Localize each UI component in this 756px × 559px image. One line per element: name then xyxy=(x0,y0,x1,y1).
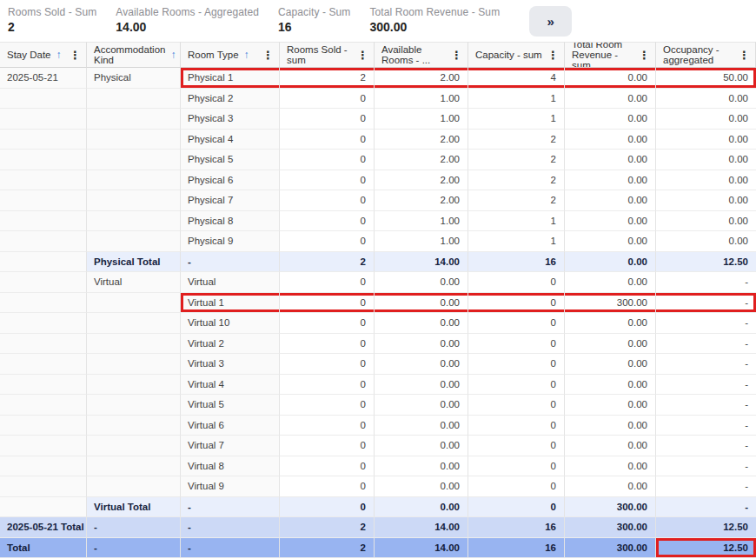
grid-cell[interactable] xyxy=(0,150,87,170)
grid-cell[interactable] xyxy=(0,416,87,436)
grid-cell[interactable]: Physical 6 xyxy=(181,170,280,191)
grid-cell[interactable]: Physical 9 xyxy=(181,231,280,252)
grid-cell[interactable] xyxy=(87,334,181,355)
column-menu-icon[interactable]: ⋮ xyxy=(736,50,753,61)
grid-cell[interactable]: - xyxy=(656,313,756,334)
grid-cell[interactable]: - xyxy=(87,538,181,559)
grid-cell[interactable]: Virtual 1 xyxy=(181,293,280,314)
grid-cell[interactable]: 0.00 xyxy=(565,416,656,436)
grid-cell[interactable]: Virtual xyxy=(181,272,280,293)
grid-cell[interactable]: 1 xyxy=(468,109,565,130)
grid-cell[interactable]: 0.00 xyxy=(656,130,756,150)
grid-cell[interactable]: 0 xyxy=(280,476,375,497)
grid-cell[interactable]: 0 xyxy=(468,354,565,375)
grid-cell[interactable]: 2 xyxy=(468,150,565,170)
grid-cell[interactable]: 0.00 xyxy=(565,170,656,191)
grid-cell[interactable]: Physical Total xyxy=(87,252,181,273)
grid-cell[interactable]: 0.00 xyxy=(565,190,656,211)
column-menu-icon[interactable]: ⋮ xyxy=(636,50,653,61)
grid-cell[interactable] xyxy=(87,456,181,477)
grid-cell[interactable]: 16 xyxy=(468,252,565,273)
grid-cell[interactable]: - xyxy=(656,354,756,375)
grid-cell[interactable]: 0 xyxy=(280,109,375,130)
grid-cell[interactable]: 0 xyxy=(280,231,375,252)
grid-cell[interactable]: Physical 5 xyxy=(181,150,280,170)
grid-cell[interactable]: 0 xyxy=(280,497,375,518)
grid-cell[interactable]: 0.00 xyxy=(375,354,468,375)
grid-cell[interactable]: 0.00 xyxy=(565,395,656,416)
grid-cell[interactable]: 16 xyxy=(468,517,565,538)
grid-cell[interactable]: 12.50 xyxy=(656,252,756,273)
grid-cell[interactable]: 2 xyxy=(280,252,375,273)
grid-cell[interactable]: 1.00 xyxy=(375,89,468,110)
grid-cell[interactable]: 300.00 xyxy=(565,517,656,538)
grid-cell[interactable]: 0 xyxy=(280,150,375,170)
grid-cell[interactable]: 0 xyxy=(468,436,565,456)
grid-cell[interactable]: 0 xyxy=(280,334,375,355)
grid-cell[interactable]: 2 xyxy=(468,170,565,191)
grid-cell[interactable]: 16 xyxy=(468,538,565,559)
grid-cell[interactable]: 0.00 xyxy=(656,89,756,110)
grid-cell[interactable]: Virtual 2 xyxy=(181,334,280,355)
grid-cell[interactable]: 0 xyxy=(280,170,375,191)
grid-cell[interactable]: 0.00 xyxy=(565,211,656,232)
grid-cell[interactable]: 1.00 xyxy=(375,109,468,130)
grid-cell[interactable]: Physical 7 xyxy=(181,190,280,211)
grid-cell[interactable]: 0.00 xyxy=(565,150,656,170)
grid-cell[interactable] xyxy=(87,190,181,211)
column-header-accommodation-kind[interactable]: Accommodation Kind↑⋮ xyxy=(87,42,181,68)
grid-cell[interactable]: - xyxy=(181,497,280,518)
grid-cell[interactable]: 0.00 xyxy=(375,416,468,436)
column-header-stay-date[interactable]: Stay Date↑⋮ xyxy=(0,42,87,68)
grid-cell[interactable]: 0 xyxy=(468,476,565,497)
grid-cell[interactable]: 0 xyxy=(468,313,565,334)
grid-cell[interactable]: 0.00 xyxy=(565,272,656,293)
grid-cell[interactable]: 0.00 xyxy=(656,170,756,191)
grid-cell[interactable] xyxy=(0,334,87,355)
grid-cell[interactable]: - xyxy=(656,272,756,293)
grid-cell[interactable] xyxy=(0,231,87,252)
grid-cell[interactable]: 300.00 xyxy=(565,293,656,314)
grid-cell[interactable] xyxy=(0,354,87,375)
grid-cell[interactable]: 0.00 xyxy=(565,252,656,273)
grid-cell[interactable]: 0.00 xyxy=(656,190,756,211)
grid-cell[interactable]: 2 xyxy=(280,68,375,89)
grid-cell[interactable]: 0 xyxy=(280,456,375,477)
grid-cell[interactable]: 0.00 xyxy=(656,150,756,170)
grid-cell[interactable] xyxy=(0,272,87,293)
grid-cell[interactable]: 0 xyxy=(280,436,375,456)
grid-cell[interactable]: 0.00 xyxy=(565,89,656,110)
grid-cell[interactable]: 0.00 xyxy=(375,293,468,314)
grid-cell[interactable]: 0.00 xyxy=(375,456,468,477)
grid-cell[interactable]: 0 xyxy=(468,293,565,314)
grid-cell[interactable]: 0 xyxy=(280,313,375,334)
grid-cell[interactable]: 0.00 xyxy=(565,476,656,497)
grid-cell[interactable]: 0.00 xyxy=(656,109,756,130)
grid-cell[interactable]: 0.00 xyxy=(375,313,468,334)
grid-cell[interactable]: 2.00 xyxy=(375,68,468,89)
grid-cell[interactable]: 0 xyxy=(280,395,375,416)
grid-cell[interactable]: 0 xyxy=(468,395,565,416)
grid-cell[interactable]: 4 xyxy=(468,68,565,89)
grid-cell[interactable] xyxy=(0,252,87,273)
grid-cell[interactable] xyxy=(0,89,87,110)
grid-cell[interactable]: 0 xyxy=(280,375,375,396)
grid-cell[interactable]: 0.00 xyxy=(375,395,468,416)
grid-cell[interactable]: Virtual 5 xyxy=(181,395,280,416)
grid-cell[interactable]: 0.00 xyxy=(565,313,656,334)
grid-cell[interactable] xyxy=(87,293,181,314)
grid-cell[interactable] xyxy=(0,436,87,456)
grid-cell[interactable] xyxy=(0,456,87,477)
grid-cell[interactable]: 0 xyxy=(280,89,375,110)
grid-cell[interactable] xyxy=(0,211,87,232)
grid-cell[interactable]: Virtual Total xyxy=(87,497,181,518)
grid-cell[interactable] xyxy=(0,395,87,416)
grid-cell[interactable] xyxy=(87,170,181,191)
grid-cell[interactable]: 0 xyxy=(280,354,375,375)
grid-cell[interactable]: 0 xyxy=(280,293,375,314)
grid-cell[interactable]: 12.50 xyxy=(656,517,756,538)
grid-cell[interactable]: 1 xyxy=(468,231,565,252)
column-menu-icon[interactable]: ⋮ xyxy=(448,50,465,61)
grid-cell[interactable] xyxy=(0,190,87,211)
grid-cell[interactable]: Virtual 7 xyxy=(181,436,280,456)
